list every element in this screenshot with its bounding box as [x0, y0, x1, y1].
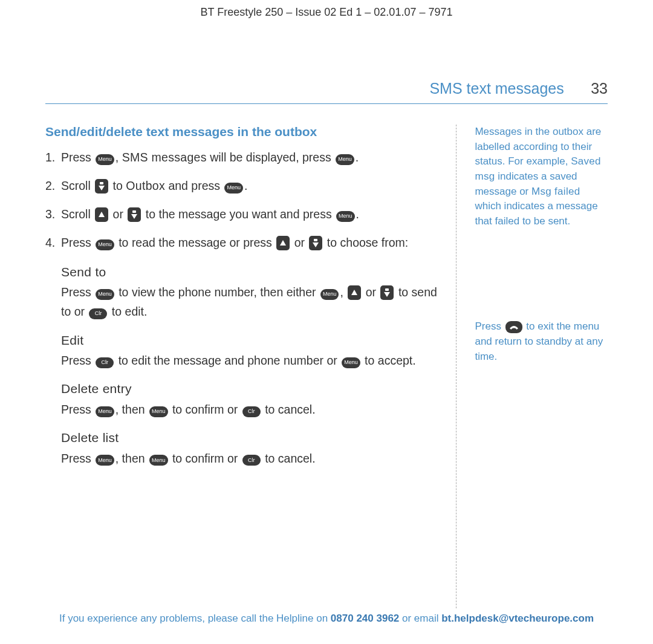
- text: .: [356, 151, 359, 164]
- clr-button-icon: Clr: [89, 308, 107, 319]
- text: or: [291, 236, 308, 249]
- screen-text: Msg failed: [531, 186, 580, 197]
- text: Scroll: [61, 179, 94, 192]
- menu-button-icon: Menu: [336, 211, 355, 222]
- menu-button-icon: Menu: [320, 289, 339, 300]
- clr-button-icon: Clr: [242, 406, 261, 417]
- main-column: Send/edit/delete text messages in the ou…: [45, 125, 456, 608]
- footer-helpline: If you experience any problems, please c…: [0, 613, 653, 625]
- down-arrow-icon: [309, 236, 322, 250]
- text: and press: [165, 179, 223, 192]
- menu-button-icon: Menu: [224, 183, 243, 194]
- side-column: Messages in the outbox are labelled acco…: [456, 125, 608, 608]
- text: or: [362, 285, 379, 299]
- menu-button-icon: Menu: [149, 406, 168, 417]
- text: to choose from:: [323, 236, 408, 249]
- text: or email: [399, 613, 441, 624]
- option-edit: Edit Press Clr to edit the message and p…: [61, 330, 438, 371]
- clr-button-icon: Clr: [242, 455, 261, 466]
- screen-text: SMS messages: [122, 151, 207, 164]
- text: which indicates a message that failed to…: [475, 200, 597, 227]
- side-note-status: Messages in the outbox are labelled acco…: [475, 125, 608, 229]
- step-1: Press Menu, SMS messages will be display…: [45, 148, 438, 168]
- screen-text: Outbox: [126, 179, 165, 192]
- menu-button-icon: Menu: [96, 154, 114, 165]
- text: Press: [61, 236, 94, 249]
- text: to read the message or press: [115, 236, 275, 249]
- menu-button-icon: Menu: [342, 357, 360, 368]
- text: to the message you want and press: [142, 207, 335, 221]
- down-arrow-icon: [95, 179, 108, 194]
- text: Scroll: [61, 207, 94, 221]
- text: to confirm or: [169, 452, 241, 465]
- text: to edit.: [108, 305, 147, 318]
- text: to accept.: [362, 354, 416, 367]
- text: Press: [61, 403, 94, 416]
- doc-header: BT Freestyle 250 – Issue 02 Ed 1 – 02.01…: [0, 0, 653, 22]
- section-title: SMS text messages: [429, 80, 564, 97]
- text: Press: [475, 320, 504, 332]
- menu-button-icon: Menu: [149, 455, 168, 466]
- text: Press: [61, 354, 94, 367]
- helpline-email: bt.helpdesk@vtecheurope.com: [441, 613, 594, 624]
- text: to view the phone number, then either: [115, 285, 319, 299]
- option-label: Delete list: [61, 428, 438, 449]
- up-arrow-icon: [348, 285, 361, 300]
- text: Press: [61, 285, 94, 299]
- option-label: Delete entry: [61, 379, 438, 400]
- step-3: Scroll or to the message you want and pr…: [45, 204, 438, 224]
- text: .: [356, 207, 359, 221]
- hangup-icon: [505, 321, 522, 333]
- menu-button-icon: Menu: [96, 239, 114, 250]
- text: to cancel.: [262, 403, 316, 416]
- option-send-to: Send to Press Menu to view the phone num…: [61, 262, 438, 322]
- page-title: Send/edit/delete text messages in the ou…: [45, 125, 438, 139]
- side-note-exit: Press to exit the menu and return to sta…: [475, 319, 608, 364]
- text: to edit the message and phone number or: [115, 354, 340, 367]
- menu-button-icon: Menu: [96, 289, 114, 300]
- option-label: Send to: [61, 262, 438, 283]
- helpline-phone: 0870 240 3962: [331, 613, 399, 624]
- text: .: [244, 179, 247, 192]
- text: Press: [61, 151, 94, 164]
- text: to confirm or: [169, 403, 241, 416]
- option-label: Edit: [61, 330, 438, 351]
- step-2: Scroll to Outbox and press Menu.: [45, 176, 438, 196]
- menu-button-icon: Menu: [336, 154, 354, 165]
- text: , then: [115, 403, 148, 416]
- page-number: 33: [591, 80, 608, 97]
- down-arrow-icon: [128, 207, 141, 222]
- text: ,: [115, 151, 122, 164]
- step-4: Press Menu to read the message or press …: [45, 233, 438, 253]
- text: Press: [61, 452, 94, 465]
- text: , then: [115, 452, 148, 465]
- text: ,: [340, 285, 346, 299]
- text: to: [109, 179, 126, 192]
- option-delete-list: Delete list Press Menu, then Menu to con…: [61, 428, 438, 468]
- clr-button-icon: Clr: [96, 357, 114, 368]
- up-arrow-icon: [276, 236, 290, 250]
- menu-button-icon: Menu: [96, 406, 114, 417]
- up-arrow-icon: [95, 207, 108, 222]
- text: will be displayed, press: [207, 151, 334, 164]
- text: or: [109, 207, 126, 221]
- text: to cancel.: [262, 452, 316, 465]
- section-heading-row: SMS text messages 33: [0, 22, 653, 97]
- menu-button-icon: Menu: [96, 455, 114, 466]
- down-arrow-icon: [380, 285, 394, 300]
- option-delete-entry: Delete entry Press Menu, then Menu to co…: [61, 379, 438, 419]
- text: If you experience any problems, please c…: [59, 613, 331, 624]
